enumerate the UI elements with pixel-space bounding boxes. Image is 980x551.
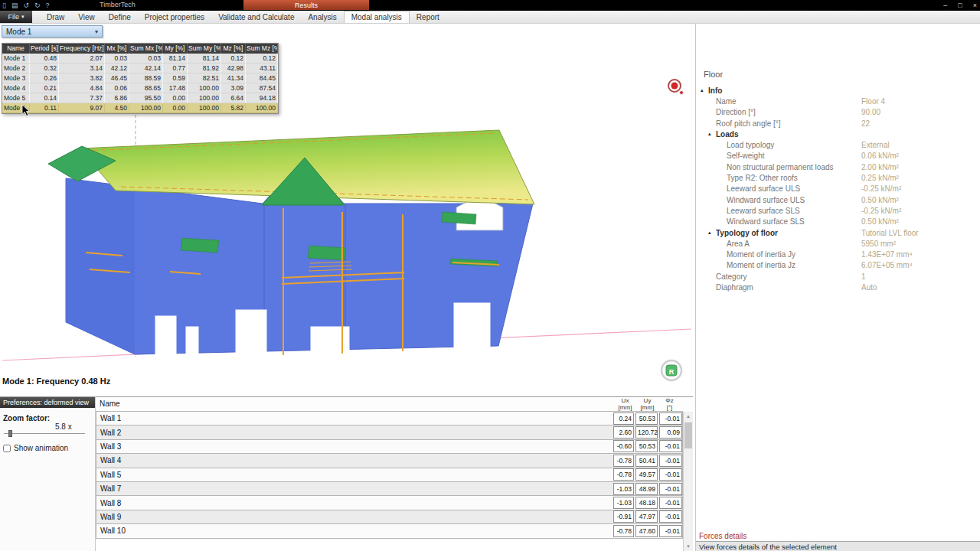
- property-row[interactable]: Type R2: Other roofs 0.25 kN/m²: [699, 172, 977, 183]
- table-row[interactable]: Wall 5 -0.78 49.57 -0.01: [96, 468, 683, 482]
- property-row[interactable]: Leeward surface ULS -0.25 kN/m²: [699, 184, 977, 194]
- ribbon-tab[interactable]: View: [71, 11, 102, 23]
- property-value: 1: [861, 272, 977, 281]
- results-tab[interactable]: Results: [243, 0, 369, 10]
- property-row[interactable]: Direction [°] 90.00: [699, 107, 977, 118]
- mode-dropdown[interactable]: Mode 1 ▾: [2, 25, 103, 37]
- col-header: Frequency [Hz]: [59, 44, 105, 54]
- property-row[interactable]: Self-weight 0.06 kN/m²: [699, 151, 977, 161]
- property-value: 1.43E+07 mm⁴: [861, 250, 977, 259]
- property-row[interactable]: ▴ Info: [699, 85, 977, 96]
- property-label: Moment of inertia Jy: [727, 250, 795, 259]
- walls-table-body: Wall 1 0.24 50.53 -0.01 Wall 2 2.60 120.…: [96, 412, 683, 539]
- property-value: 90.00: [861, 108, 977, 116]
- modal-results-table: Name Period [s] Frequency [Hz] Mx [%] Su…: [2, 43, 279, 114]
- save-icon[interactable]: ▤: [11, 2, 18, 9]
- property-value: 0.06 kN/m²: [861, 152, 977, 160]
- table-row[interactable]: Wall 4 -0.78 50.41 -0.01: [96, 453, 683, 468]
- maximize-button[interactable]: □: [958, 2, 962, 9]
- ribbon-tab[interactable]: Modal analysis: [344, 11, 410, 23]
- ribbon-tab[interactable]: Draw: [40, 11, 71, 23]
- ribbon-tab[interactable]: Define: [102, 11, 138, 23]
- table-row[interactable]: Wall 8 -1.03 48.18 -0.01: [96, 495, 683, 510]
- close-button[interactable]: ×: [973, 2, 977, 9]
- table-row[interactable]: Wall 1 0.24 50.53 -0.01: [96, 411, 683, 425]
- ribbon-tab[interactable]: Analysis: [301, 11, 343, 23]
- show-animation-checkbox[interactable]: [3, 445, 11, 452]
- table-row[interactable]: Mode 6 0.11 9.07 4.50 100.00 0.00 100.00…: [2, 103, 278, 113]
- property-value: 0.50 kN/m²: [861, 196, 977, 204]
- property-row[interactable]: Roof pitch angle [°] 22: [699, 118, 977, 129]
- property-row[interactable]: Area A 5950 mm²: [699, 238, 977, 249]
- property-row[interactable]: ▴ Typology of floor Tutorial LVL floor: [699, 227, 977, 238]
- expander-icon[interactable]: ▴: [708, 230, 716, 236]
- properties-title: Floor: [704, 70, 723, 79]
- chevron-down-icon: ▾: [21, 14, 24, 20]
- col-header: Sum Mz [%]: [246, 44, 278, 54]
- property-label: Windward surface SLS: [727, 217, 805, 226]
- property-value: -0.25 kN/m²: [861, 184, 977, 193]
- help-icon[interactable]: ?: [46, 2, 50, 9]
- col-header: Mz [%]: [221, 44, 246, 54]
- table-row[interactable]: Wall 7 -1.03 48.99 -0.01: [96, 481, 683, 496]
- table-row[interactable]: Mode 4 0.21 4.84 0.06 88.65 17.48 100.00…: [2, 83, 278, 93]
- forces-details-section: Forces details View forces details of th…: [695, 530, 980, 551]
- expander-icon[interactable]: ▴: [708, 131, 716, 137]
- property-value: 0.25 kN/m²: [861, 174, 977, 182]
- walls-scrollbar[interactable]: ▲ ▼: [683, 412, 693, 551]
- properties-grid: ▴ Info Name Floor 4 Direction [°] 90.00: [699, 85, 977, 293]
- chevron-down-icon: ▾: [95, 28, 98, 35]
- table-row[interactable]: Wall 9 -0.91 47.97 -0.01: [96, 510, 683, 524]
- redo-icon[interactable]: ↻: [34, 2, 41, 9]
- property-label: Load typology: [727, 141, 774, 149]
- property-row[interactable]: Windward surface ULS 0.50 kN/m²: [699, 194, 977, 205]
- property-row[interactable]: Windward surface SLS 0.50 kN/m²: [699, 217, 977, 227]
- property-row[interactable]: Moment of inertia Jy 1.43E+07 mm⁴: [699, 249, 977, 259]
- property-label: Loads: [716, 130, 738, 139]
- zoom-slider[interactable]: [4, 433, 85, 434]
- property-row[interactable]: Name Floor 4: [699, 96, 977, 106]
- undo-icon[interactable]: ↺: [23, 2, 29, 9]
- property-row[interactable]: Load typology External: [699, 139, 977, 150]
- ribbon-tab[interactable]: Validate and Calculate: [211, 11, 301, 23]
- property-label: Area A: [727, 240, 750, 248]
- ribbon-tab[interactable]: Report: [410, 11, 446, 23]
- scrollbar-thumb[interactable]: [684, 422, 692, 448]
- property-row[interactable]: Diaphragm Auto: [699, 282, 977, 292]
- property-value: Tutorial LVL floor: [861, 229, 977, 237]
- property-label: Typology of floor: [716, 229, 778, 237]
- expander-icon[interactable]: ▴: [701, 87, 708, 93]
- ribbon-tab[interactable]: Project properties: [138, 11, 211, 23]
- preferences-panel: Preferences: deformed view Zoom factor: …: [0, 396, 96, 551]
- table-row[interactable]: Mode 1 0.48 2.07 0.03 0.03 81.14 81.14 0…: [2, 54, 278, 64]
- show-animation-label: Show animation: [14, 444, 68, 452]
- table-row[interactable]: Wall 2 2.60 120.72 0.09: [96, 425, 683, 439]
- property-value: Floor 4: [861, 97, 977, 106]
- property-row[interactable]: Leeward surface SLS -0.25 kN/m²: [699, 205, 977, 216]
- property-label: Category: [716, 272, 747, 281]
- property-row[interactable]: Non structural permanent loads 2.00 kN/m…: [699, 161, 977, 172]
- scroll-up-icon[interactable]: ▲: [684, 412, 693, 421]
- table-row[interactable]: Mode 2 0.32 3.14 42.12 42.14 0.77 81.92 …: [2, 64, 278, 73]
- record-icon[interactable]: [668, 80, 684, 95]
- rotation-widget[interactable]: R: [662, 360, 681, 380]
- new-icon[interactable]: ▯: [2, 2, 6, 9]
- forces-details-title[interactable]: Forces details: [696, 530, 980, 541]
- col-header: My [%]: [163, 44, 188, 54]
- phiz-column-header: Φz[°]: [658, 398, 681, 411]
- property-row[interactable]: Moment of inertia Jz 6.07E+05 mm⁴: [699, 260, 977, 271]
- table-row[interactable]: Mode 5 0.14 7.37 6.86 95.50 0.00 100.00 …: [2, 93, 278, 103]
- property-value: -0.25 kN/m²: [861, 207, 977, 215]
- file-button[interactable]: File ▾: [0, 11, 32, 23]
- table-row[interactable]: Wall 3 -0.60 50.53 -0.01: [96, 439, 683, 454]
- property-row[interactable]: Category 1: [699, 271, 977, 282]
- property-value: 6.07E+05 mm⁴: [861, 261, 977, 269]
- property-label: Direction [°]: [716, 108, 756, 116]
- table-row[interactable]: Mode 3 0.26 3.82 46.45 88.59 0.59 82.51 …: [2, 73, 278, 83]
- table-row[interactable]: Wall 10 -0.78 47.60 -0.01: [96, 523, 683, 538]
- minimize-button[interactable]: –: [943, 2, 947, 9]
- scroll-down-icon[interactable]: ▼: [684, 542, 693, 551]
- zoom-slider-thumb[interactable]: [8, 430, 12, 437]
- rotation-r-icon: R: [669, 368, 675, 376]
- property-row[interactable]: ▴ Loads: [699, 129, 977, 139]
